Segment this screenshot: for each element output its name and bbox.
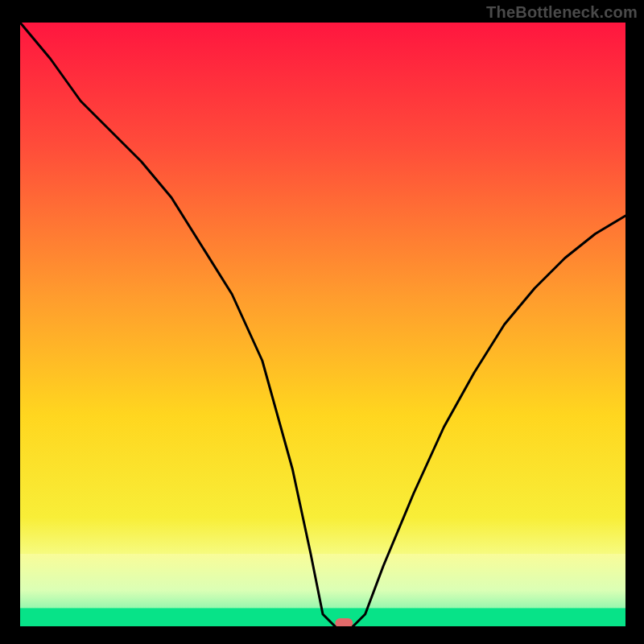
chart-stage: TheBottleneck.com <box>0 0 644 644</box>
light-band <box>20 554 625 609</box>
bottom-bar <box>0 626 644 644</box>
left-bar <box>0 0 20 644</box>
gradient-background <box>20 23 625 626</box>
watermark-text: TheBottleneck.com <box>486 3 638 22</box>
right-bar <box>625 0 644 644</box>
bottleneck-chart <box>0 0 644 644</box>
